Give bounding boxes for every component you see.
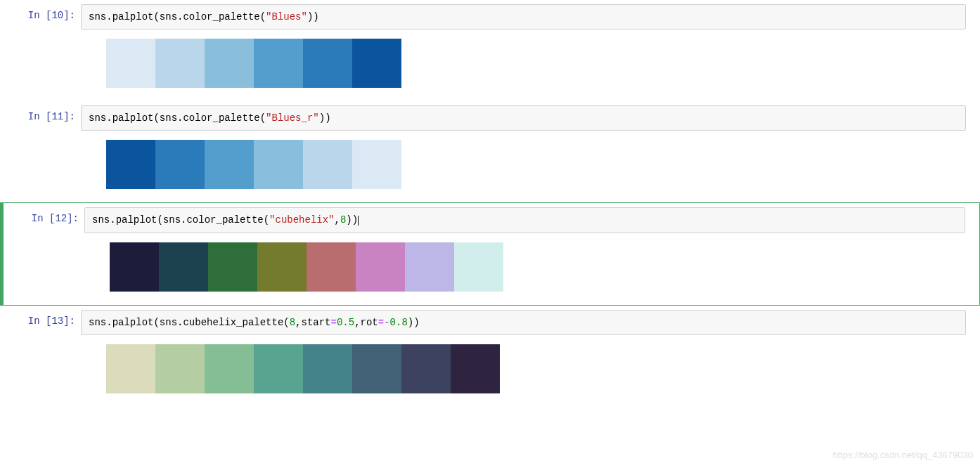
color-swatch [159, 242, 208, 292]
code-token: ) [352, 214, 358, 226]
color-swatch [352, 39, 401, 88]
color-swatch [356, 242, 405, 292]
code-token: , [354, 317, 360, 328]
color-swatch [205, 140, 254, 189]
code-token: 8 [290, 317, 295, 328]
cell-output [81, 30, 966, 97]
code-token: color_palette [183, 11, 259, 22]
color-swatch [303, 39, 352, 88]
cell-content: sns.palplot(sns.color_palette("cubehelix… [84, 207, 979, 300]
code-token: "cubehelix" [269, 214, 334, 226]
input-prompt: In [12]: [4, 207, 84, 300]
code-token: sns [89, 11, 106, 22]
code-token: ( [157, 214, 162, 226]
color-swatch [208, 242, 257, 292]
code-token: sns [160, 112, 177, 124]
code-token: rot [361, 317, 378, 328]
palette-plot [109, 242, 965, 292]
color-swatch [155, 344, 205, 393]
code-token: sns [89, 112, 106, 124]
color-swatch [254, 344, 303, 393]
color-swatch [303, 344, 352, 393]
code-token: sns [160, 317, 177, 328]
input-prompt: In [13]: [0, 310, 81, 403]
code-token: ( [283, 317, 289, 328]
color-swatch [401, 344, 451, 393]
code-token: start [302, 317, 331, 328]
color-swatch [454, 242, 503, 292]
code-token: palplot [112, 112, 154, 124]
notebook-cell[interactable]: In [11]:sns.palplot(sns.color_palette("B… [0, 101, 980, 202]
notebook-cell[interactable]: In [12]:sns.palplot(sns.color_palette("c… [0, 202, 980, 305]
cell-output [81, 335, 966, 403]
code-token: =- [378, 317, 390, 328]
color-swatch [110, 242, 159, 292]
code-input[interactable]: sns.palplot(sns.cubehelix_palette(8,star… [81, 310, 966, 335]
color-swatch [307, 242, 356, 292]
code-token: color_palette [183, 112, 259, 124]
color-swatch [155, 39, 205, 88]
code-token: 0.5 [337, 317, 354, 328]
code-token: sns [92, 214, 110, 226]
code-token: sns [160, 11, 177, 22]
code-token: ( [264, 214, 269, 226]
color-swatch [155, 140, 205, 189]
color-swatch [254, 140, 303, 189]
cell-content: sns.palplot(sns.color_palette("Blues")) [81, 4, 980, 97]
cell-content: sns.palplot(sns.cubehelix_palette(8,star… [81, 310, 980, 403]
color-swatch [106, 140, 155, 189]
notebook-cell[interactable]: In [13]:sns.palplot(sns.cubehelix_palett… [0, 306, 980, 407]
code-token: sns [89, 317, 106, 328]
notebook-container: In [10]:sns.palplot(sns.color_palette("B… [0, 0, 980, 407]
code-token: , [335, 214, 340, 226]
code-token: ) [408, 317, 413, 328]
palette-plot [105, 38, 966, 89]
color-swatch [205, 39, 254, 88]
palette-plot [105, 139, 966, 190]
code-token: "Blues" [266, 11, 307, 22]
code-token: ) [325, 112, 330, 124]
code-token: ) [413, 317, 419, 328]
code-input[interactable]: sns.palplot(sns.color_palette("cubehelix… [84, 207, 965, 233]
code-token: , [295, 317, 301, 328]
color-swatch [106, 344, 155, 393]
code-input[interactable]: sns.palplot(sns.color_palette("Blues")) [81, 4, 966, 30]
color-swatch [352, 344, 401, 393]
code-token: ) [319, 112, 325, 124]
color-swatch [106, 39, 155, 88]
code-token: ( [153, 112, 159, 124]
code-token: palplot [112, 11, 154, 22]
cell-output [81, 131, 966, 198]
color-swatch [405, 242, 454, 292]
palette-plot [105, 344, 966, 394]
cell-content: sns.palplot(sns.color_palette("Blues_r")… [81, 105, 980, 198]
code-token: . [110, 214, 115, 226]
text-cursor [358, 216, 359, 226]
cell-output [84, 233, 965, 301]
code-token: palplot [116, 214, 157, 226]
color-swatch [254, 39, 303, 88]
code-token: sns [163, 214, 181, 226]
notebook-cell[interactable]: In [10]:sns.palplot(sns.color_palette("B… [0, 0, 980, 101]
code-token: ) [346, 214, 352, 226]
code-token: ( [260, 11, 266, 22]
code-token: 0.8 [390, 317, 408, 328]
code-token: . [106, 112, 112, 124]
code-token: . [106, 317, 112, 328]
code-token: "Blues_r" [266, 112, 319, 124]
color-swatch [257, 242, 307, 292]
input-prompt: In [10]: [0, 4, 81, 97]
color-swatch [352, 140, 401, 189]
code-token: palplot [112, 317, 154, 328]
code-input[interactable]: sns.palplot(sns.color_palette("Blues_r")… [81, 105, 966, 131]
input-prompt: In [11]: [0, 105, 81, 198]
code-token: ( [153, 317, 159, 328]
code-token: ( [260, 112, 266, 124]
code-token: cubehelix_palette [183, 317, 283, 328]
code-token: . [106, 11, 112, 22]
code-token: ) [313, 11, 318, 22]
color-swatch [303, 140, 352, 189]
color-swatch [451, 344, 500, 393]
color-swatch [205, 344, 254, 393]
code-token: color_palette [186, 214, 263, 226]
